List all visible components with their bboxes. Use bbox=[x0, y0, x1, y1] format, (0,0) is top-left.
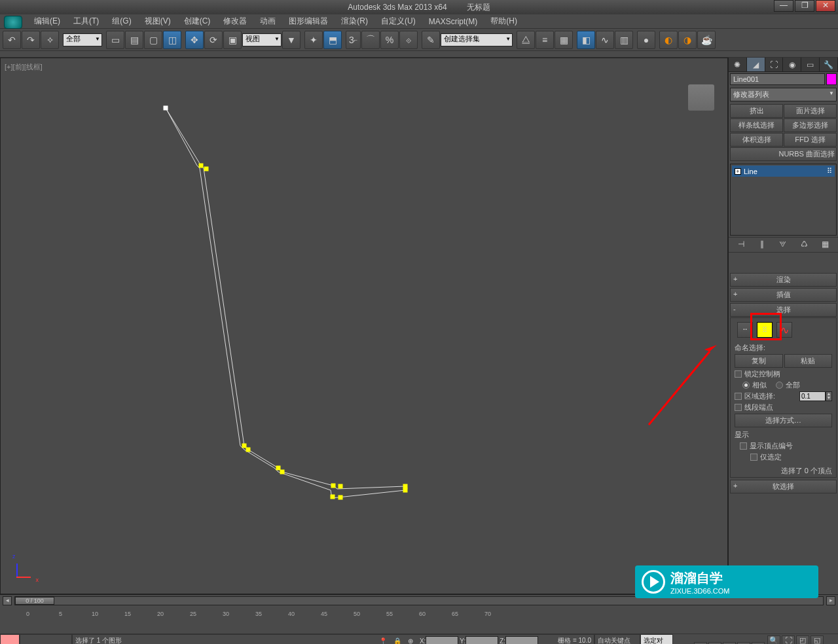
area-select-spinner[interactable] bbox=[799, 391, 826, 401]
link-button[interactable]: ⟡ bbox=[41, 31, 59, 49]
subobj-vertex-button[interactable]: ⠒ bbox=[737, 322, 753, 338]
rectangular-region-button[interactable]: ▢ bbox=[144, 31, 162, 49]
mirror-button[interactable]: ⧋ bbox=[517, 31, 535, 49]
layer-manager-button[interactable]: ▦ bbox=[555, 31, 573, 49]
schematic-view-button[interactable]: ▥ bbox=[615, 31, 633, 49]
all-radio[interactable] bbox=[776, 382, 783, 389]
time-prev-button[interactable]: ◂ bbox=[3, 596, 12, 605]
object-name-field[interactable]: Line001 bbox=[730, 73, 825, 85]
zoom-extents-button[interactable]: ◰ bbox=[796, 635, 809, 644]
area-select-checkbox[interactable] bbox=[735, 393, 742, 400]
spinner-snap-button[interactable]: ⟐ bbox=[399, 31, 418, 49]
angle-snap-button[interactable]: ⌒ bbox=[361, 31, 380, 49]
transform-x-field[interactable] bbox=[426, 636, 458, 645]
modify-tab[interactable]: ◢ bbox=[747, 58, 765, 71]
hierarchy-tab[interactable]: ⛶ bbox=[765, 58, 784, 71]
modifier-list-combo[interactable]: 修改器列表 bbox=[730, 88, 837, 101]
align-button[interactable]: ≡ bbox=[536, 31, 554, 49]
mod-patch-select[interactable]: 面片选择 bbox=[784, 104, 837, 118]
mod-ffd-select[interactable]: FFD 选择 bbox=[784, 133, 837, 147]
selection-filter-combo[interactable]: 全部 bbox=[63, 33, 102, 46]
segment-end-checkbox[interactable] bbox=[735, 404, 742, 411]
render-button[interactable]: ☕ bbox=[697, 31, 716, 49]
menu-views[interactable]: 视图(V) bbox=[138, 14, 177, 29]
select-by-button[interactable]: 选择方式… bbox=[735, 414, 832, 427]
snap-toggle-button[interactable]: 3⌐ bbox=[346, 31, 361, 49]
configure-sets-button[interactable]: ▦ bbox=[820, 240, 831, 250]
goto-end-button[interactable]: ⏭ bbox=[752, 642, 765, 645]
menu-rendering[interactable]: 渲染(R) bbox=[335, 14, 374, 29]
paste-selection-button[interactable]: 粘贴 bbox=[784, 354, 833, 368]
menu-maxscript[interactable]: MAXScript(M) bbox=[422, 15, 484, 28]
mod-nurbs[interactable]: NURBS 曲面选择 bbox=[730, 147, 837, 161]
stack-item-line[interactable]: + Line ⠿ bbox=[732, 166, 835, 177]
percent-snap-button[interactable]: % bbox=[380, 31, 399, 49]
mod-vol-select[interactable]: 体积选择 bbox=[730, 133, 783, 147]
close-button[interactable]: ✕ bbox=[816, 0, 835, 12]
similar-radio[interactable] bbox=[742, 382, 750, 389]
expand-icon[interactable]: + bbox=[735, 168, 741, 175]
frame-ruler[interactable]: 0 5 10 15 20 25 30 35 40 45 50 55 60 65 … bbox=[0, 607, 838, 617]
rendered-frame-button[interactable]: ◑ bbox=[678, 31, 697, 49]
auto-key-button[interactable]: 自动关键点 bbox=[594, 634, 640, 644]
select-object-button[interactable]: ▭ bbox=[106, 31, 124, 49]
play-button[interactable]: ▸ bbox=[723, 642, 736, 645]
create-tab[interactable]: ✺ bbox=[729, 58, 747, 71]
show-end-result-button[interactable]: ∥ bbox=[757, 240, 767, 250]
menu-create[interactable]: 创建(C) bbox=[177, 14, 217, 29]
select-by-name-button[interactable]: ▤ bbox=[125, 31, 143, 49]
display-tab[interactable]: ▭ bbox=[801, 58, 820, 71]
menu-animation[interactable]: 动画 bbox=[253, 14, 282, 29]
render-setup-button[interactable]: ◐ bbox=[659, 31, 678, 49]
material-editor-button[interactable]: ● bbox=[637, 31, 655, 49]
ribbon-toggle-button[interactable]: ◧ bbox=[577, 31, 595, 49]
time-slider-thumb[interactable]: 0 / 100 bbox=[15, 597, 54, 605]
zoom-all-button[interactable]: ⛶ bbox=[782, 635, 795, 644]
redo-button[interactable]: ↷ bbox=[22, 31, 40, 49]
copy-selection-button[interactable]: 复制 bbox=[735, 354, 783, 368]
select-scale-button[interactable]: ▣ bbox=[223, 31, 242, 49]
menu-graph-editors[interactable]: 图形编辑器 bbox=[282, 14, 335, 29]
pin-stack-button[interactable]: ⊣ bbox=[736, 240, 746, 250]
zoom-extents-all-button[interactable]: ◱ bbox=[811, 635, 824, 644]
mod-spline-select[interactable]: 样条线选择 bbox=[730, 118, 783, 132]
select-move-button[interactable]: ✥ bbox=[185, 31, 204, 49]
menu-modifiers[interactable]: 修改器 bbox=[217, 14, 253, 29]
edit-named-sel-button[interactable]: ✎ bbox=[422, 31, 440, 49]
next-frame-button[interactable]: ▸ bbox=[737, 642, 750, 645]
mod-poly-select[interactable]: 多边形选择 bbox=[784, 118, 837, 132]
menu-group[interactable]: 组(G) bbox=[105, 14, 137, 29]
rollout-selection[interactable]: -选择 bbox=[730, 303, 837, 317]
mod-extrude[interactable]: 挤出 bbox=[730, 104, 783, 118]
rollout-rendering[interactable]: +渲染 bbox=[730, 273, 837, 287]
window-crossing-button[interactable]: ◫ bbox=[163, 31, 181, 49]
lock-handles-checkbox[interactable] bbox=[735, 370, 742, 378]
ref-coord-combo[interactable]: 视图 bbox=[242, 33, 282, 46]
maximize-button[interactable]: ❐ bbox=[795, 0, 814, 12]
zoom-button[interactable]: 🔍 bbox=[767, 635, 780, 644]
viewport[interactable]: [+][前][线框] z x bbox=[0, 58, 728, 594]
goto-start-button[interactable]: ⏮ bbox=[694, 642, 707, 645]
menu-edit[interactable]: 编辑(E) bbox=[27, 14, 67, 29]
subobj-segment-button[interactable]: ⠿ bbox=[757, 322, 773, 338]
rollout-soft-selection[interactable]: +软选择 bbox=[730, 480, 837, 493]
menu-tools[interactable]: 工具(T) bbox=[67, 14, 105, 29]
show-vertex-numbers-checkbox[interactable] bbox=[740, 442, 747, 450]
menu-help[interactable]: 帮助(H) bbox=[484, 14, 524, 29]
use-center-button[interactable]: ▼ bbox=[282, 31, 301, 49]
curve-editor-button[interactable]: ∿ bbox=[596, 31, 614, 49]
selection-set-combo[interactable]: 选定对 bbox=[640, 634, 673, 644]
script-record-button[interactable] bbox=[0, 634, 20, 644]
subobj-spline-button[interactable]: ∿ bbox=[776, 322, 792, 338]
remove-modifier-button[interactable]: ♺ bbox=[799, 240, 810, 250]
select-rotate-button[interactable]: ⟳ bbox=[204, 31, 223, 49]
prev-frame-button[interactable]: ◂ bbox=[708, 642, 721, 645]
make-unique-button[interactable]: ⩔ bbox=[778, 240, 788, 250]
app-icon[interactable] bbox=[4, 16, 22, 29]
modifier-stack[interactable]: + Line ⠿ bbox=[730, 164, 837, 236]
select-manipulate-button[interactable]: ✦ bbox=[304, 31, 323, 49]
time-next-button[interactable]: ▸ bbox=[826, 596, 835, 605]
keyboard-shortcut-button[interactable]: ⬒ bbox=[323, 31, 342, 49]
selected-only-checkbox[interactable] bbox=[750, 454, 757, 461]
transform-z-field[interactable] bbox=[505, 636, 538, 645]
